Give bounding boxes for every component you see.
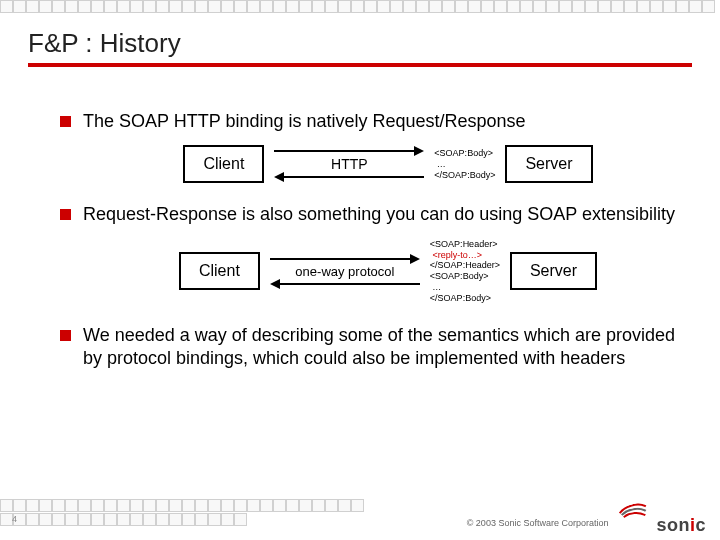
client-box: Client	[183, 145, 264, 183]
bullet-icon	[60, 209, 71, 220]
server-box: Server	[510, 252, 597, 290]
arrow-label: HTTP	[331, 156, 368, 172]
bullet-text: Request-Response is also something you c…	[83, 203, 675, 226]
content-area: The SOAP HTTP binding is natively Reques…	[60, 110, 680, 382]
sonic-logo: sonic	[616, 504, 706, 536]
server-box: Server	[505, 145, 592, 183]
bullet-text: The SOAP HTTP binding is natively Reques…	[83, 110, 526, 133]
client-box: Client	[179, 252, 260, 290]
copyright: © 2003 Sonic Software Corporation	[467, 518, 609, 528]
slide-title: F&P : History	[28, 28, 692, 59]
diagram-2: Client one-way protocol <SOAP:Header> <r…	[96, 239, 680, 304]
page-number: 4	[12, 514, 17, 524]
soap-code-1: <SOAP:Body> … </SOAP:Body>	[434, 148, 495, 180]
title-underline	[28, 63, 692, 67]
title-bar: F&P : History	[28, 28, 692, 67]
decor-bottom-1	[0, 499, 364, 512]
arrow-right	[270, 254, 420, 264]
arrow-right	[274, 146, 424, 156]
soap-code-2: <SOAP:Header> <reply-to…> </SOAP:Header>…	[430, 239, 500, 304]
bullet-text: We needed a way of describing some of th…	[83, 324, 680, 371]
arrow-label: one-way protocol	[295, 264, 394, 279]
footer: © 2003 Sonic Software Corporation sonic	[467, 504, 706, 536]
bullet-icon	[60, 330, 71, 341]
decor-top	[0, 0, 715, 13]
arrow-left	[270, 279, 420, 289]
logo-swoosh-icon	[616, 504, 654, 536]
logo-text: sonic	[656, 515, 706, 536]
arrows: HTTP	[274, 146, 424, 182]
bullet-2: Request-Response is also something you c…	[60, 203, 680, 226]
arrow-left	[274, 172, 424, 182]
diagram-1: Client HTTP <SOAP:Body> … </SOAP:Body> S…	[96, 145, 680, 183]
bullet-icon	[60, 116, 71, 127]
bullet-3: We needed a way of describing some of th…	[60, 324, 680, 371]
decor-bottom-2	[0, 513, 247, 526]
bullet-1: The SOAP HTTP binding is natively Reques…	[60, 110, 680, 133]
arrows: one-way protocol	[270, 254, 420, 289]
